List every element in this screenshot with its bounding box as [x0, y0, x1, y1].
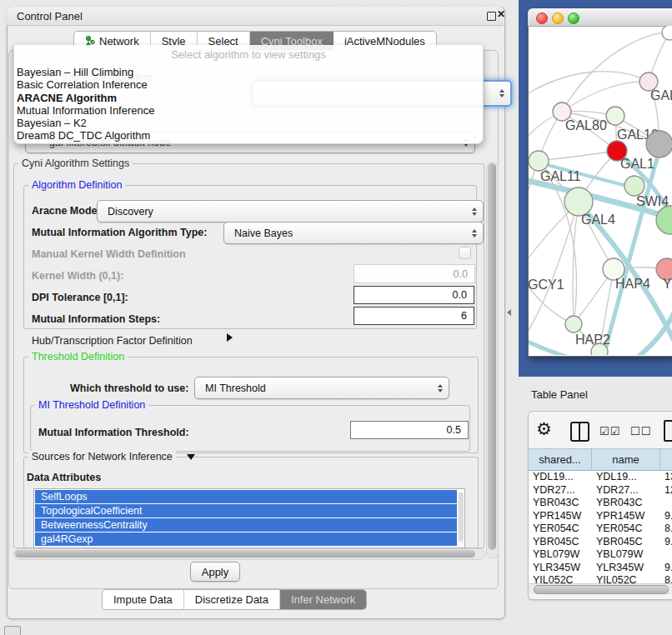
splitter-handle-icon[interactable] [507, 309, 511, 316]
table-row[interactable]: YDL19...YDL19...13 [529, 471, 672, 484]
tab-impute-data[interactable]: Impute Data [103, 590, 184, 609]
table-cell [660, 497, 672, 510]
which-threshold-combobox[interactable]: MI Threshold [194, 377, 449, 399]
select-all-checkboxes-icon[interactable]: ☑☑ [599, 425, 620, 438]
gear-icon[interactable]: ⚙ [536, 420, 552, 438]
table-header-row: shared...nameA [529, 449, 672, 471]
expander-arrow-icon[interactable] [227, 333, 233, 342]
attribute-item-selfloops[interactable]: SelfLoops [35, 490, 457, 503]
table-row[interactable]: YLR345WYLR345W9. [529, 562, 672, 575]
window-close-icon[interactable] [536, 12, 548, 24]
table-row[interactable]: YBR043CYBR043C [529, 497, 672, 510]
table-row[interactable]: YDR27...YDR27...12 [529, 484, 672, 498]
vertical-scrollbar-thumb[interactable] [488, 163, 496, 550]
network-edge[interactable] [632, 310, 672, 355]
mi-type-label: Mutual Information Algorithm Type: [32, 227, 207, 238]
algorithm-option-basic-correlation-inference[interactable]: Basic Correlation Inference [17, 78, 480, 91]
table-cell [660, 548, 672, 562]
combo-stepper-icon [499, 89, 504, 98]
network-node[interactable] [656, 206, 672, 234]
algorithm-option-dream8-dc-tdc-algorithm[interactable]: Dream8 DC_TDC Algorithm [17, 129, 480, 142]
algorithm-option-bayesian-k2[interactable]: Bayesian – K2 [17, 117, 480, 129]
combo-stepper-icon [438, 384, 443, 392]
deselect-all-checkboxes-icon[interactable]: ☐☐ [630, 425, 651, 438]
table-cell: YBR045C [529, 536, 592, 549]
column-header-a[interactable]: A [660, 449, 672, 470]
attribute-item-topologicalcoefficient[interactable]: TopologicalCoefficient [35, 504, 457, 518]
table-row[interactable]: YBR045CYBR045C9. [529, 536, 672, 549]
sources-group-title[interactable]: Sources for Network Inference [28, 451, 176, 462]
table-horizontal-scrollbar-thumb[interactable] [534, 585, 669, 594]
mi-threshold-group-title: MI Threshold Definition [35, 399, 148, 411]
apply-button[interactable]: Apply [190, 562, 240, 582]
data-attributes-label: Data Attributes [27, 472, 101, 483]
network-node-hap2[interactable] [565, 316, 582, 332]
network-window-titlebar[interactable] [528, 8, 672, 27]
collapse-arrow-icon[interactable] [187, 454, 195, 460]
kernel-width-field[interactable]: 0.0 [354, 264, 475, 283]
mi-steps-field[interactable]: 6 [354, 307, 474, 325]
table-cell: 9. [660, 510, 672, 523]
horizontal-scrollbar-thumb[interactable] [15, 550, 475, 558]
table-row[interactable]: YBL079WYBL079W [529, 548, 672, 562]
aracne-mode-combobox[interactable]: Discovery [97, 200, 484, 222]
network-edge[interactable] [529, 161, 539, 250]
tab-discretize-data[interactable]: Discretize Data [184, 590, 280, 609]
cyni-algorithm-settings-title: Cyni Algorithm Settings [18, 158, 133, 169]
window-zoom-icon[interactable] [568, 12, 579, 24]
node-label: HAP2 [575, 332, 610, 347]
mi-type-combobox[interactable]: Naive Bayes [223, 222, 484, 244]
float-window-icon[interactable] [487, 12, 496, 21]
network-edge[interactable] [562, 82, 649, 112]
tab-label: Impute Data [113, 593, 173, 606]
algorithm-option-aracne-algorithm[interactable]: ARACNE Algorithm [17, 92, 480, 104]
network-node-gal4[interactable] [564, 188, 593, 216]
dropdown-item-list: Bayesian – Hill ClimbingBasic Correlatio… [17, 66, 480, 142]
which-threshold-label: Which threshold to use: [70, 382, 188, 394]
table-row[interactable]: YER054CYER054C8. [529, 522, 672, 536]
attribute-item-gal4rgexp[interactable]: gal4RGexp [35, 532, 457, 546]
table-cell: YDL19... [592, 471, 660, 484]
which-threshold-value: MI Threshold [205, 382, 266, 394]
column-header-name[interactable]: name [592, 449, 660, 470]
window-minimize-icon[interactable] [552, 12, 564, 24]
table-cell: YLR345W [592, 562, 660, 575]
algorithm-option-mutual-information-inference[interactable]: Mutual Information Inference [17, 104, 480, 117]
node-label: GCY1 [529, 278, 564, 292]
network-node-swi4[interactable] [624, 176, 644, 196]
node-label: GAL11 [540, 169, 581, 183]
node-table: shared...nameA YDL19...YDL19...13YDR27..… [529, 448, 672, 584]
manual-kernel-checkbox[interactable] [459, 247, 471, 259]
dpi-tolerance-label: DPI Tolerance [0,1]: [32, 292, 128, 303]
aracne-mode-label: Aracne Mode: [32, 205, 101, 217]
network-edge[interactable] [539, 151, 617, 161]
aracne-mode-value: Discovery [108, 206, 153, 218]
app-root: Control Panel ✕ NetworkStyleSelectCyni T… [0, 0, 672, 635]
list-scrollbar-thumb[interactable] [459, 492, 464, 541]
minimized-panel-button[interactable] [4, 626, 21, 635]
manual-kernel-label: Manual Kernel Width Definition [32, 248, 186, 260]
hub-definition-expander[interactable]: Hub/Transcription Factor Definition [32, 335, 193, 347]
network-node-gal10[interactable] [606, 107, 624, 125]
network-node[interactable] [662, 26, 672, 40]
network-node[interactable] [646, 131, 672, 158]
export-table-icon[interactable] [664, 420, 672, 442]
dpi-tolerance-field[interactable]: 0.0 [354, 286, 474, 304]
data-attributes-list[interactable]: SelfLoopsTopologicalCoefficientBetweenne… [33, 488, 465, 548]
node-label: GAL4 [581, 212, 615, 227]
algorithm-option-bayesian-hill-climbing[interactable]: Bayesian – Hill Climbing [17, 66, 480, 78]
columns-icon[interactable] [570, 422, 589, 442]
network-node-gal11[interactable] [529, 151, 549, 171]
mi-steps-label: Mutual Information Steps: [32, 313, 160, 325]
mi-threshold-field[interactable]: 0.5 [350, 421, 469, 439]
node-label: GAL1 [620, 157, 654, 171]
column-header-shared[interactable]: shared... [529, 449, 592, 470]
list-scrollbar[interactable] [458, 492, 464, 543]
table-row[interactable]: YPR145WYPR145W9. [529, 510, 672, 523]
attribute-item-betweennesscentrality[interactable]: BetweennessCentrality [35, 518, 457, 532]
table-cell: 8. [660, 522, 672, 536]
network-node[interactable] [591, 343, 608, 355]
close-icon[interactable]: ✕ [497, 8, 505, 20]
network-canvas[interactable]: GALGAL80GAL10GAL1GAL11SWI4GAL4GCY1HAP4YH… [529, 26, 672, 355]
tab-infer-network[interactable]: Infer Network [280, 590, 366, 609]
